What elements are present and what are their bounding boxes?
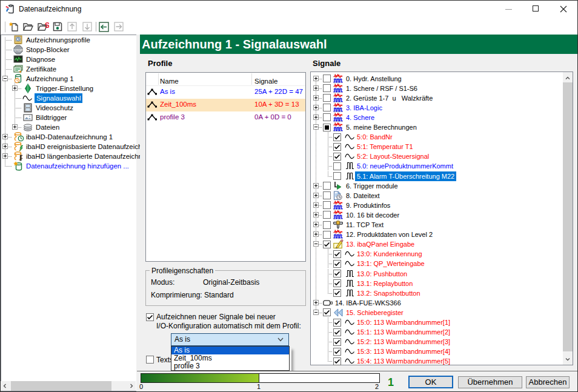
svg-text:STOP: STOP <box>14 48 23 52</box>
svg-text:S: S <box>45 22 49 30</box>
